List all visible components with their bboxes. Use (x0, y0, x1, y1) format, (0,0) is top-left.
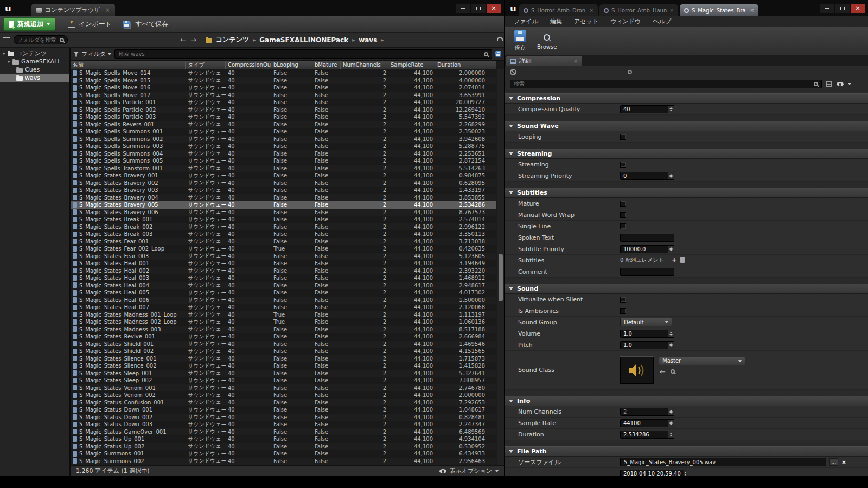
menu-asset[interactable]: アセット (574, 17, 598, 25)
table-row[interactable]: S_Magic_Spells_Move_014サウンドウェー40FalseFal… (71, 69, 496, 77)
tree-item-gamesfxall[interactable]: GameSFXALL (0, 57, 69, 66)
table-row[interactable]: S_Magic_States_Heal_006サウンドウェー40FalseFal… (71, 297, 496, 304)
table-row[interactable]: S_Magic_Status_Down_001サウンドウェー40FalseFal… (71, 406, 496, 414)
delete-elements-icon[interactable] (680, 258, 685, 263)
spinner-arrows[interactable] (668, 106, 674, 113)
text-field[interactable] (620, 268, 674, 276)
property-matrix-icon[interactable] (826, 81, 832, 87)
checkbox[interactable] (620, 162, 626, 168)
save-search-icon[interactable] (495, 51, 501, 57)
section-header[interactable]: Streaming (505, 149, 868, 159)
column-header-type[interactable]: タイプ (186, 61, 226, 69)
table-row[interactable]: S_Magic_States_Madness_003サウンドウェー40False… (71, 326, 496, 333)
breadcrumb-pack[interactable]: GameSFXALLINONEPack (259, 36, 348, 44)
table-row[interactable]: S_Magic_States_Bravery_002サウンドウェー40False… (71, 179, 496, 187)
table-row[interactable]: S_Magic_States_Bravery_006サウンドウェー40False… (71, 209, 496, 216)
scrollbar-thumb[interactable] (499, 254, 503, 301)
table-row[interactable]: S_Magic_Spells_Particle_003サウンドウェー40Fals… (71, 113, 496, 121)
tree-item-content[interactable]: コンテンツ (0, 49, 69, 57)
table-row[interactable]: S_Magic_Status_Up_002サウンドウェー40FalseFalse… (71, 443, 496, 451)
use-selected-asset-icon[interactable]: ← (660, 368, 666, 375)
table-row[interactable]: S_Magic_States_Heal_003サウンドウェー40FalseFal… (71, 274, 496, 282)
spinner-arrows[interactable] (668, 342, 674, 349)
maximize-button[interactable] (835, 4, 850, 13)
browse-to-asset-icon[interactable] (671, 369, 675, 374)
table-row[interactable]: S_Magic_States_Heal_002サウンドウェー40FalseFal… (71, 267, 496, 275)
table-row[interactable]: S_Magic_States_Fear_002_Loopサウンドウェー40Tru… (71, 245, 496, 253)
editor-tab-magic-states-bravery[interactable]: S_Magic_States_Bra × (680, 4, 758, 16)
sound-class-thumbnail[interactable] (620, 357, 654, 384)
table-row[interactable]: S_Magic_States_Silence_001サウンドウェー40False… (71, 355, 496, 363)
table-row[interactable]: S_Magic_Status_Up_001サウンドウェー40FalseFalse… (71, 435, 496, 443)
spinner-field[interactable]: 1.0 (620, 341, 674, 349)
spinner-field[interactable]: 1.0 (620, 330, 674, 338)
spinner-field[interactable]: 40 (620, 105, 674, 113)
checkbox[interactable] (620, 297, 626, 303)
table-row[interactable]: S_Magic_Spells_Particle_001サウンドウェー40Fals… (71, 99, 496, 106)
lock-properties-icon[interactable] (510, 69, 516, 75)
maximize-button[interactable] (471, 4, 486, 13)
add-new-button[interactable]: 新規追加 (3, 17, 55, 31)
content-browser-tab[interactable]: コンテンツブラウザ × (31, 4, 115, 16)
menu-help[interactable]: ヘルプ (653, 17, 671, 25)
table-row[interactable]: S_Magic_States_Silence_002サウンドウェー40False… (71, 362, 496, 370)
text-field[interactable] (620, 234, 674, 242)
table-row[interactable]: S_Magic_Spells_Move_015サウンドウェー40FalseFal… (71, 77, 496, 85)
table-row[interactable]: S_Magic_States_Heal_007サウンドウェー40FalseFal… (71, 304, 496, 311)
column-header-blooping[interactable]: bLooping (271, 61, 312, 69)
table-row[interactable]: S_Magic_Spells_Revers_001サウンドウェー40FalseF… (71, 121, 496, 129)
dropdown[interactable]: Master (659, 357, 745, 365)
table-row[interactable]: S_Magic_States_Sleep_002サウンドウェー40FalseFa… (71, 377, 496, 384)
content-browser-titlebar[interactable]: u コンテンツブラウザ × × (0, 0, 504, 16)
column-header-name[interactable]: 名前 (71, 61, 186, 69)
section-header[interactable]: Subtitles (505, 188, 868, 198)
table-row[interactable]: S_Magic_Status_GameOver_001サウンドウェー40Fals… (71, 428, 496, 436)
table-row[interactable]: S_Magic_Spells_Summons_005サウンドウェー40False… (71, 157, 496, 165)
spinner-arrows[interactable] (668, 408, 674, 415)
table-row[interactable]: S_Magic_Status_Down_003サウンドウェー40FalseFal… (71, 421, 496, 428)
table-row[interactable]: S_Magic_States_Break_003サウンドウェー40FalseFa… (71, 230, 496, 238)
checkbox[interactable] (620, 212, 626, 218)
table-row[interactable]: S_Magic_Summons_002サウンドウェー40FalseFalse24… (71, 458, 496, 465)
breadcrumb-content[interactable]: コンテンツ (216, 35, 249, 44)
table-row[interactable]: S_Magic_States_Bravery_005サウンドウェー40False… (71, 201, 496, 209)
table-row[interactable]: S_Magic_Spells_Summons_003サウンドウェー40False… (71, 143, 496, 150)
table-row[interactable]: S_Magic_States_Sleep_001サウンドウェー40FalseFa… (71, 370, 496, 377)
browse-button[interactable]: Browse (532, 31, 561, 52)
table-row[interactable]: S_Magic_States_Madness_002_Loopサウンドウェー40… (71, 318, 496, 326)
menu-edit[interactable]: 編集 (550, 17, 562, 25)
table-row[interactable]: S_Magic_States_Venom_002サウンドウェー40FalseFa… (71, 391, 496, 399)
section-header[interactable]: Info (505, 396, 868, 406)
menu-file[interactable]: ファイル (514, 17, 538, 25)
checkbox[interactable] (620, 308, 626, 314)
tree-item-cues[interactable]: Cues (0, 66, 69, 74)
column-header-samplerate[interactable]: SampleRate (388, 61, 435, 69)
table-row[interactable]: S_Magic_States_Heal_004サウンドウェー40FalseFal… (71, 282, 496, 290)
dropdown[interactable]: Default (620, 318, 672, 326)
column-header-numchannels[interactable]: NumChannels (341, 61, 388, 69)
folder-search-input[interactable]: フォルダを検索 (14, 35, 68, 44)
checkbox[interactable] (620, 134, 626, 140)
table-row[interactable]: S_Magic_Status_Confusion_001サウンドウェー40Fal… (71, 399, 496, 407)
column-header-bmature[interactable]: bMature (312, 61, 341, 69)
checkbox[interactable] (620, 201, 626, 207)
spinner-arrows[interactable] (668, 172, 674, 179)
table-row[interactable]: S_Magic_States_Break_001サウンドウェー40FalseFa… (71, 216, 496, 223)
checkbox[interactable] (620, 223, 626, 229)
table-row[interactable]: S_Magic_States_Fear_003サウンドウェー40FalseFal… (71, 253, 496, 260)
forward-button[interactable]: → (190, 36, 196, 43)
table-row[interactable]: S_Magic_States_Heal_005サウンドウェー40FalseFal… (71, 289, 496, 297)
editor-titlebar[interactable]: u S_Horror_Amb_Dron × S_Horror_Amb_Haun … (505, 0, 868, 16)
view-options-button[interactable]: 表示オプション (439, 467, 499, 475)
table-row[interactable]: S_Magic_States_Shield_001サウンドウェー40FalseF… (71, 341, 496, 348)
column-header-compression[interactable]: CompressionQua (226, 61, 271, 69)
editor-tab-horror-amb-haunt[interactable]: S_Horror_Amb_Haun × (599, 4, 678, 16)
menu-window[interactable]: ウィンドウ (610, 17, 641, 25)
table-row[interactable]: S_Magic_States_Heal_001サウンドウェー40FalseFal… (71, 260, 496, 267)
close-tab-icon[interactable]: × (589, 8, 593, 13)
table-row[interactable]: S_Magic_States_Revive_001サウンドウェー40FalseF… (71, 333, 496, 341)
spinner-field[interactable]: 0 (620, 172, 674, 180)
table-row[interactable]: S_Magic_States_Madness_001_Loopサウンドウェー40… (71, 311, 496, 319)
section-header[interactable]: File Path (505, 446, 868, 457)
vertical-scrollbar[interactable] (497, 69, 504, 465)
